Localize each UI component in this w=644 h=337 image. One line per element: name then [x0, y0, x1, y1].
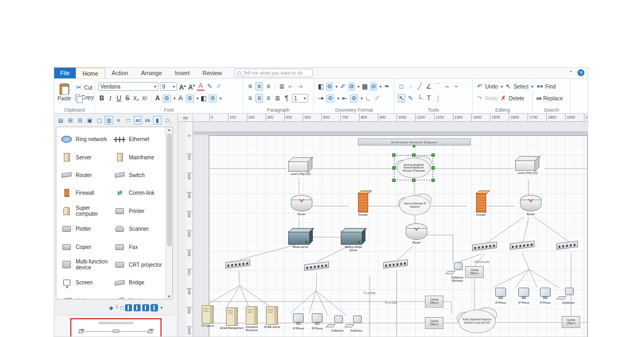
megapath-cloud[interactable]: Existing MegaPath Network Backbone (Prim… — [397, 158, 430, 178]
node-central-office-2[interactable]: Central Office 2 — [425, 296, 443, 307]
brush-icon[interactable]: ✐ — [215, 83, 223, 90]
shape-item-router[interactable]: Router — [58, 166, 112, 184]
block-settings-gear-icon[interactable]: ⚙ — [209, 94, 217, 102]
node-firewall-right[interactable]: Firewall — [467, 193, 495, 216]
shape-item-switch[interactable]: Switch — [112, 166, 165, 184]
shape-item-bridge[interactable]: Bridge — [112, 274, 165, 291]
shape-search-icon[interactable] — [163, 116, 171, 124]
tab-action[interactable]: Action — [105, 68, 135, 78]
scroll-down-icon[interactable]: ▼ — [166, 295, 172, 298]
tab-insert[interactable]: Insert — [169, 68, 196, 78]
sort-az-icon[interactable]: AZ — [134, 116, 142, 124]
line-tool-icon[interactable]: ╱ — [416, 83, 423, 90]
subscript-button[interactable]: X₂ — [133, 96, 140, 101]
ellipse-tool-icon[interactable]: ○ — [407, 83, 414, 90]
rotate-icon[interactable]: ∟ — [364, 94, 372, 102]
shape-item-ethernet[interactable]: Ethernet — [112, 130, 165, 148]
align-left-icon[interactable]: ≡ — [246, 94, 254, 102]
node-pop-right[interactable]: Level 2 Pop (X2) — [514, 156, 541, 174]
more-panes-icon[interactable]: ▾ — [160, 305, 163, 310]
fill-style-icon[interactable]: ◧ — [317, 83, 325, 90]
magic-icon[interactable]: ✐ — [374, 94, 381, 102]
selection-handle[interactable] — [431, 166, 435, 170]
cut-button[interactable]: ✂ Cut — [75, 84, 94, 92]
indent-left-icon[interactable]: ⇤ — [287, 83, 295, 90]
diagram-title-bar[interactable]: Enterprise Network Diagram — [358, 138, 471, 145]
grow-font-button[interactable]: A▴ — [179, 82, 186, 91]
align-middle-icon[interactable]: ≡ — [255, 82, 263, 91]
node-pop-left[interactable]: Level 2 Pop (X2) — [287, 157, 314, 175]
node-firewall-left[interactable]: Firewall — [349, 193, 377, 216]
stencil-book-icon[interactable]: ▤ — [56, 116, 65, 124]
text-tool-icon[interactable]: T — [425, 94, 433, 102]
text-settings-gear-icon[interactable]: ⚙ — [163, 94, 171, 102]
shrink-font-button[interactable]: A▾ — [188, 82, 195, 91]
node-softphone-2[interactable]: Softphone — [342, 316, 370, 332]
save-stencil-icon[interactable]: ▣ — [85, 116, 94, 124]
shadow-style-icon[interactable]: ▩ — [361, 83, 369, 90]
superscript-button[interactable]: X² — [141, 96, 148, 101]
align-center-icon[interactable]: ≡ — [255, 94, 263, 102]
line-style-icon[interactable]: ✐ — [339, 83, 347, 90]
list-view-icon[interactable]: ≡ — [114, 116, 123, 124]
format-painter-icon[interactable]: ✎ — [206, 83, 214, 90]
node-switch-5[interactable] — [510, 242, 535, 248]
connector-tool-icon[interactable]: └ — [416, 94, 423, 102]
collapse-ribbon-icon[interactable]: ⌃ — [569, 70, 573, 76]
arc-tool-icon[interactable]: ⌒ — [434, 83, 442, 90]
scroll-up-icon[interactable]: ▲ — [166, 128, 172, 131]
tab-file[interactable]: File — [54, 68, 76, 78]
distribute-gear-icon[interactable]: ⚙ — [350, 94, 358, 102]
polyline-tool-icon[interactable]: ∠ — [425, 83, 433, 90]
selection-handle[interactable] — [431, 153, 435, 157]
tab-arrange[interactable]: Arrange — [135, 68, 169, 78]
canvas-viewport[interactable]: Enterprise Network Diagram Existing Mega… — [193, 122, 588, 337]
close-stencil-icon[interactable]: ▢ — [95, 116, 104, 124]
italic-button[interactable]: I — [107, 94, 114, 102]
undo-button[interactable]: ↶ Undo ▾ — [476, 83, 503, 91]
align-top-icon[interactable]: ≡ — [246, 83, 254, 90]
distribute-icon[interactable]: ⇤ — [341, 94, 348, 102]
select-button[interactable]: ↖ Select ▾ — [504, 83, 533, 91]
scroll-thumb[interactable] — [167, 134, 172, 246]
node-backup-media-server[interactable]: Backup Media Server — [341, 228, 366, 252]
node-switch-1[interactable] — [225, 261, 250, 267]
node-switch-2[interactable] — [304, 263, 329, 269]
tell-me-search[interactable]: Tell me what you want to do — [235, 69, 313, 77]
node-switch-3[interactable] — [383, 261, 408, 267]
shapes-scrollbar[interactable]: ▲ ▼ — [165, 127, 172, 299]
new-stencil-icon[interactable]: ⊞ — [66, 116, 75, 124]
glue-icon[interactable]: ⇥ — [317, 94, 325, 102]
align-bottom-icon[interactable]: ≡ — [265, 83, 272, 90]
spline-tool-icon[interactable]: ~ — [452, 83, 460, 90]
bullets-icon[interactable]: ≣ — [278, 83, 286, 90]
node-interactive-response[interactable]: Interactive Response — [241, 306, 262, 332]
shape-item-crt-projector[interactable]: CRT projector — [112, 256, 165, 274]
selection-handle[interactable] — [412, 179, 415, 182]
selection-handle[interactable] — [392, 179, 396, 182]
delete-button[interactable]: ✗ Delete — [500, 94, 524, 102]
stencil-pane-1-icon[interactable] — [125, 304, 132, 311]
shape-item-server[interactable]: Server — [58, 148, 112, 166]
shape-item-mainframe[interactable]: Mainframe — [112, 148, 165, 166]
font-family-select[interactable]: Verdana▾ — [98, 82, 158, 91]
shape-fill-icon[interactable]: ◆ — [109, 305, 113, 311]
node-acme-server[interactable]: ACME Server — [263, 306, 281, 328]
shape-item-multi-function-device[interactable]: Multi-function device — [58, 256, 112, 274]
glue-gear-icon[interactable]: ⚙ — [326, 94, 334, 102]
redo-button[interactable]: ↷ Redo — [476, 94, 498, 102]
line-spacing-select[interactable]: 1▾ — [292, 94, 308, 102]
curve-tool-icon[interactable]: ⌢ — [443, 83, 451, 90]
underline-button[interactable]: U — [115, 94, 122, 102]
shape-item-scanner[interactable]: Scanner — [112, 220, 165, 238]
node-softphone-remote[interactable]: Softphone (Remote) — [447, 262, 468, 282]
node-cti-server[interactable]: CTI Server — [199, 305, 217, 327]
monitor-icon[interactable]: □ — [120, 305, 123, 311]
node-softphone-3[interactable]: Softphone — [554, 288, 582, 304]
freeform-tool-icon[interactable]: ʃ — [434, 94, 442, 102]
stencil-pane-4-icon[interactable] — [151, 304, 158, 311]
align-right-icon[interactable]: ≡ — [265, 94, 272, 102]
stencil-panel-icon[interactable]: ▮ — [153, 116, 162, 124]
bold-button[interactable]: B — [98, 94, 105, 102]
paste-button[interactable]: Paste — [57, 84, 71, 101]
